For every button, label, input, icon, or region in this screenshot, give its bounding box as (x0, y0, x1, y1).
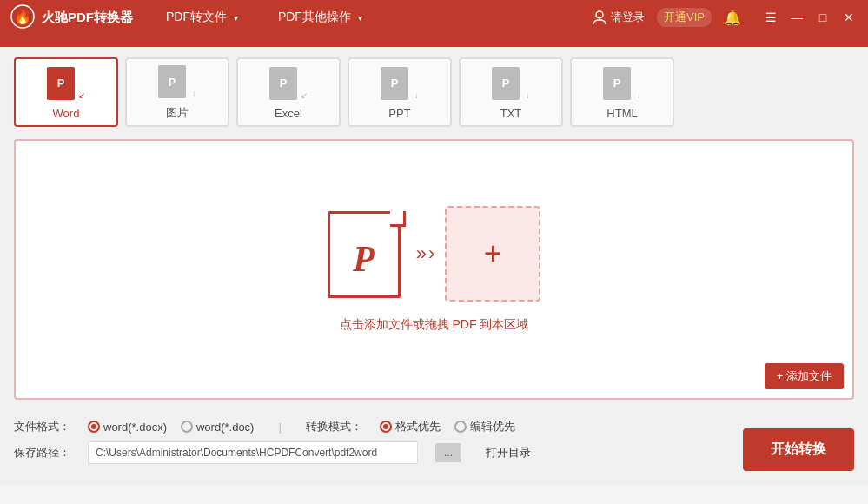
save-path-input[interactable] (88, 441, 418, 464)
convert-mode-radio-group: 格式优先 编辑优先 (380, 419, 515, 434)
fold-cover (390, 211, 406, 227)
radio-format-first-circle (380, 421, 392, 433)
radio-format-first-label: 格式优先 (395, 419, 441, 434)
open-dir-button[interactable]: 打开目录 (486, 445, 531, 461)
app-name: 火驰PDF转换器 (42, 10, 133, 26)
minimize-button[interactable]: — (788, 10, 805, 24)
drop-content: P » › + 点击添加文件或拖拽 PDF 到本区域 (328, 206, 541, 333)
drop-area[interactable]: P » › + 点击添加文件或拖拽 PDF 到本区域 + 添加文件 (14, 139, 854, 400)
save-path-row: 保存路径： ... 打开目录 (14, 441, 854, 464)
svg-text:🔥: 🔥 (14, 9, 31, 25)
nav-pdf-to-file[interactable]: PDF转文件 ▾ (159, 6, 245, 29)
format-tabs: P ↙ Word P ↓ 图片 P ↙ Excel (14, 57, 854, 127)
vip-button[interactable]: 开通VIP (657, 8, 712, 27)
arrow-icon: ↓ (192, 89, 196, 98)
start-convert-button[interactable]: 开始转换 (743, 428, 854, 471)
tab-ppt[interactable]: P ↓ PPT (348, 57, 452, 127)
separator: | (278, 421, 281, 434)
add-file-button[interactable]: + 添加文件 (765, 363, 844, 389)
arrow-icon: ↓ (414, 90, 419, 100)
tab-ppt-label: PPT (388, 107, 410, 120)
convert-mode-label: 转换模式： (306, 419, 362, 434)
drop-hint-text: 点击添加文件或拖拽 PDF 到本区域 (340, 317, 529, 333)
titlebar-right: 请登录 开通VIP 🔔 ☰ — □ ✕ (592, 8, 858, 27)
save-path-label: 保存路径： (14, 445, 70, 461)
arrow-icon: ↙ (78, 90, 85, 100)
user-icon (592, 10, 607, 25)
tab-image[interactable]: P ↓ 图片 (125, 57, 229, 127)
arrow-icon: ↓ (526, 90, 530, 100)
format-options-row: 文件格式： word(*.docx) word(*.doc) | 转换模式： 格… (14, 419, 854, 434)
nav-indicator (230, 36, 248, 46)
convert-arrows: » › (416, 242, 435, 265)
maximize-button[interactable]: □ (814, 10, 832, 24)
win-controls: ☰ — □ ✕ (762, 10, 858, 24)
titlebar: 🔥 火驰PDF转换器 PDF转文件 ▾ PDF其他操作 ▾ 请登录 开通VIP … (0, 0, 868, 35)
close-button[interactable]: ✕ (840, 10, 858, 24)
tab-ppt-icon-wrap: P ↓ (381, 65, 419, 103)
main-content: P ↙ Word P ↓ 图片 P ↙ Excel (0, 47, 868, 410)
tab-excel[interactable]: P ↙ Excel (236, 57, 341, 127)
login-button[interactable]: 请登录 (592, 10, 645, 25)
pdf-icon-word: P (47, 67, 75, 100)
radio-edit-first-circle (454, 421, 467, 433)
radio-doc-circle (181, 421, 193, 433)
tab-txt[interactable]: P ↓ TXT (459, 57, 563, 127)
target-drop-box[interactable]: + (445, 206, 540, 302)
tab-txt-icon-wrap: P ↓ (492, 65, 530, 103)
svg-point-2 (596, 11, 603, 18)
chevron-down-icon: ▾ (358, 13, 362, 23)
radio-edit-first-label: 编辑优先 (470, 419, 515, 434)
chevron-down-icon: ▾ (234, 13, 238, 23)
pdf-icon-ppt: P (381, 67, 408, 100)
radio-docx-circle (88, 421, 100, 433)
pdf-icon-html: P (603, 67, 631, 100)
nav-pdf-other[interactable]: PDF其他操作 ▾ (271, 6, 369, 29)
browse-button[interactable]: ... (435, 443, 461, 462)
radio-doc[interactable]: word(*.doc) (181, 421, 254, 434)
radio-docx-label: word(*.docx) (103, 421, 167, 434)
pdf-icon-txt: P (492, 67, 520, 100)
radio-edit-first[interactable]: 编辑优先 (454, 419, 515, 434)
arrow-icon: ↙ (301, 90, 308, 100)
app-logo: 🔥 (10, 4, 35, 31)
radio-format-first[interactable]: 格式优先 (380, 419, 441, 434)
subtoolbar (0, 35, 868, 47)
tab-word[interactable]: P ↙ Word (14, 57, 118, 127)
radio-docx[interactable]: word(*.docx) (88, 421, 167, 434)
pdf-source-icon: P (328, 206, 406, 302)
radio-doc-label: word(*.doc) (196, 421, 254, 434)
drop-icons-row: P » › + (328, 206, 541, 302)
tab-excel-icon-wrap: P ↙ (269, 65, 308, 103)
tab-txt-label: TXT (500, 107, 522, 120)
notification-icon[interactable]: 🔔 (724, 10, 741, 26)
tab-html-icon-wrap: P ↓ (603, 65, 641, 103)
tab-image-icon-wrap: P ↓ (158, 63, 196, 102)
menu-icon[interactable]: ☰ (762, 10, 779, 24)
bottom-section: 文件格式： word(*.docx) word(*.doc) | 转换模式： 格… (0, 410, 868, 485)
tab-html[interactable]: P ↓ HTML (570, 57, 674, 127)
tab-excel-label: Excel (275, 107, 302, 120)
pdf-icon-image: P (158, 65, 186, 98)
format-label: 文件格式： (14, 419, 70, 434)
tab-image-label: 图片 (166, 105, 189, 121)
arrow-icon: ↓ (637, 90, 641, 100)
tab-word-icon-wrap: P ↙ (47, 65, 85, 103)
plus-icon: + (484, 235, 502, 272)
tab-html-label: HTML (606, 107, 637, 120)
tab-word-label: Word (53, 107, 80, 120)
format-radio-group: word(*.docx) word(*.doc) (88, 421, 254, 434)
pdf-icon-excel: P (269, 67, 297, 100)
nav-bar: PDF转文件 ▾ PDF其他操作 ▾ (159, 6, 592, 29)
